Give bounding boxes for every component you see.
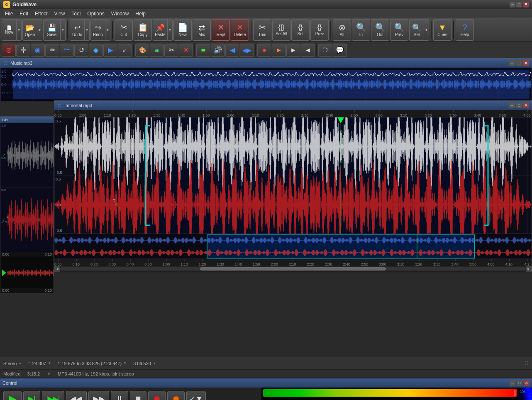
cursor-btn[interactable]: ◆ xyxy=(89,44,103,57)
music-maximize[interactable]: □ xyxy=(516,60,522,66)
selection-status[interactable]: 1:19.878 to 3:43.825 (2:23.947) ▼ xyxy=(58,361,127,366)
arrow-right-btn[interactable]: ► xyxy=(286,44,300,57)
immortal-maximize[interactable]: □ xyxy=(516,102,522,108)
sel-arrow[interactable]: ▼ xyxy=(424,19,429,41)
music-close[interactable]: ✕ xyxy=(523,60,529,66)
copy-button[interactable]: 📋 Copy xyxy=(134,19,152,41)
set-button[interactable]: {} Set xyxy=(291,19,310,41)
minimize-btn[interactable]: ─ xyxy=(510,2,515,7)
save-button[interactable]: 💾 Save xyxy=(43,19,61,41)
fast-forward-button[interactable]: ▶▶ xyxy=(88,391,109,400)
new-button[interactable]: 📄 New xyxy=(2,19,17,41)
orange-btn[interactable]: ► xyxy=(272,44,286,57)
eff-sep2 xyxy=(194,44,195,56)
redo-button[interactable]: ↪ Redo xyxy=(90,19,105,41)
move-btn[interactable]: ✛ xyxy=(16,44,30,57)
pause-button[interactable]: ⏸ xyxy=(111,391,128,400)
play-button[interactable]: ▶ xyxy=(3,391,22,400)
cues-button[interactable]: ▼ Cues xyxy=(433,19,451,41)
undo-arrow[interactable]: ▼ xyxy=(85,19,90,41)
menu-window[interactable]: Window xyxy=(108,10,132,17)
clock-btn[interactable]: ⏱ xyxy=(318,44,332,57)
menu-tool[interactable]: Tool xyxy=(68,10,84,17)
menu-effect[interactable]: Effect xyxy=(32,10,51,17)
rewind-button[interactable]: ◀◀ xyxy=(66,391,87,400)
redo-arrow[interactable]: ▼ xyxy=(105,19,110,41)
immortal-overview[interactable] xyxy=(54,234,532,259)
menu-view[interactable]: View xyxy=(51,10,68,17)
arrow-left-btn[interactable]: ◄ xyxy=(301,44,315,57)
control-minimize[interactable]: ─ xyxy=(510,380,515,386)
globe-btn[interactable]: ◉ xyxy=(31,44,45,57)
transport-area: ▶ ▶| |▶▶| ◀◀ ▶▶ ⏸ ⏹ ⏺ ⏺ ✓▼ xyxy=(0,388,261,400)
mix-button[interactable]: ⇄ Mix xyxy=(193,19,211,41)
wave-btn[interactable]: 〜 xyxy=(60,44,74,57)
undo-button[interactable]: ↩ Undo xyxy=(70,19,85,41)
zoom-out-button[interactable]: 🔍 Out xyxy=(371,19,389,41)
record-button[interactable]: ⏺ xyxy=(148,391,166,400)
immortal-minimize[interactable]: ─ xyxy=(509,102,515,108)
speaker-btn[interactable]: 🔊 xyxy=(211,44,225,57)
color-btn[interactable]: 🎨 xyxy=(135,44,149,57)
open-button[interactable]: 📂 Open xyxy=(22,19,37,41)
menu-file[interactable]: File xyxy=(2,10,16,17)
red-circle-btn[interactable]: ● xyxy=(257,44,271,57)
left-mini-waveform[interactable] xyxy=(0,257,54,288)
cut-button[interactable]: ✂ Cut xyxy=(115,19,133,41)
help-button[interactable]: ? Help xyxy=(456,19,474,41)
scissors-btn[interactable]: ✂ xyxy=(164,44,178,57)
mark-button[interactable]: ✓▼ xyxy=(186,391,206,400)
equalizer-btn[interactable]: ≣ xyxy=(196,44,210,57)
duration-status[interactable]: 4:24.307 ▼ xyxy=(28,361,51,366)
save-arrow[interactable]: ▼ xyxy=(61,19,66,41)
resize-handle[interactable]: ⠿ xyxy=(525,360,529,367)
sel-all-button[interactable]: {|} Sel All xyxy=(272,19,290,41)
control-maximize[interactable]: □ xyxy=(517,380,522,386)
left-panel-waveform[interactable] xyxy=(0,123,54,252)
rewind-eff-btn[interactable]: ↙ xyxy=(118,44,132,57)
play-eff-btn[interactable]: ▶ xyxy=(103,44,117,57)
menu-help[interactable]: Help xyxy=(132,10,149,17)
position-status[interactable]: 3:06.520 ▲ xyxy=(133,361,156,366)
all-button[interactable]: ⊗ All xyxy=(333,19,351,41)
music-waveform[interactable] xyxy=(0,68,532,101)
replace-button[interactable]: ✕ Repl xyxy=(212,19,230,41)
prev-button[interactable]: {} Prev xyxy=(310,19,329,41)
prev2-button[interactable]: 🔍 Prev xyxy=(390,19,408,41)
paste-button[interactable]: 📌 Paste xyxy=(153,19,168,41)
menu-edit[interactable]: Edit xyxy=(16,10,32,17)
immortal-waveform[interactable] xyxy=(54,117,532,234)
stop-eff-btn[interactable]: ⊘ xyxy=(2,44,16,57)
new2-button[interactable]: 📄 New xyxy=(173,19,192,41)
loop-btn[interactable]: ↺ xyxy=(74,44,88,57)
cross-btn[interactable]: ✕ xyxy=(179,44,193,57)
control-close[interactable]: ✕ xyxy=(524,380,530,386)
immortal-close[interactable]: ✕ xyxy=(523,102,529,108)
punch-button[interactable]: ⏺ xyxy=(167,391,185,400)
open-arrow[interactable]: ▼ xyxy=(37,19,42,41)
paste-arrow[interactable]: ▼ xyxy=(168,19,173,41)
play-to-end-button[interactable]: |▶▶| xyxy=(42,391,64,400)
new-arrow[interactable]: ▼ xyxy=(17,19,22,41)
menu-options[interactable]: Options xyxy=(84,10,107,17)
prev-eff-btn[interactable]: ◀ xyxy=(225,44,239,57)
next-eff-btn[interactable]: ◀▶ xyxy=(240,44,254,57)
play-loop-button[interactable]: ▶| xyxy=(23,391,40,400)
zoom-in-button[interactable]: 🔍 In xyxy=(352,19,370,41)
scroll-left[interactable]: ◄ xyxy=(54,266,60,272)
channel-status[interactable]: Stereo ▲ xyxy=(3,361,22,366)
music-minimize[interactable]: ─ xyxy=(509,60,515,66)
comment-btn[interactable]: 💬 xyxy=(333,44,347,57)
immortal-scrollbar[interactable]: ◄ ► xyxy=(54,266,532,272)
spectrum-btn[interactable]: ≋ xyxy=(150,44,164,57)
selection-value: 1:19.878 to 3:43.825 (2:23.947) xyxy=(58,361,122,366)
stop-button[interactable]: ⏹ xyxy=(130,391,146,400)
trim-button[interactable]: ✂ Trim xyxy=(253,19,271,41)
scroll-right[interactable]: ► xyxy=(526,266,532,272)
maximize-btn[interactable]: □ xyxy=(516,2,522,7)
delete-button[interactable]: ✕ Delete xyxy=(231,19,249,41)
pen-btn[interactable]: ✏ xyxy=(45,44,59,57)
sel-button[interactable]: 🔍 Sel xyxy=(409,19,424,41)
scroll-thumb[interactable] xyxy=(200,267,386,271)
close-btn[interactable]: ✕ xyxy=(523,2,529,7)
